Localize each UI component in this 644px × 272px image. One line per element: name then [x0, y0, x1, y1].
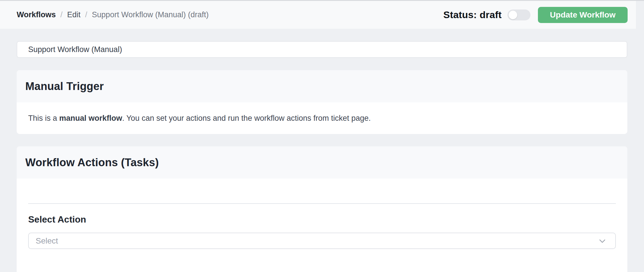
manual-trigger-description: This is a manual workflow. You can set y…: [17, 102, 627, 134]
action-select-placeholder: Select: [36, 236, 58, 246]
description-bold: manual workflow: [59, 114, 122, 122]
description-prefix: This is a: [28, 114, 59, 122]
description-suffix: . You can set your actions and run the w…: [122, 114, 371, 122]
status-toggle[interactable]: [507, 9, 530, 20]
breadcrumb-current-page: Support Workflow (Manual) (draft): [92, 10, 209, 19]
breadcrumb-workflows-link[interactable]: Workflows: [17, 10, 56, 19]
main-content: Manual Trigger This is a manual workflow…: [0, 29, 644, 272]
workflow-name-input[interactable]: [17, 41, 627, 58]
breadcrumb-separator: /: [85, 10, 87, 19]
breadcrumb-separator: /: [60, 10, 63, 19]
breadcrumb-edit-link[interactable]: Edit: [67, 10, 81, 19]
status-label: Status: draft: [443, 9, 502, 20]
chevron-down-icon: [598, 237, 607, 245]
breadcrumb: Workflows / Edit / Support Workflow (Man…: [17, 10, 209, 19]
workflow-actions-body: Select Action Select: [17, 203, 627, 272]
update-workflow-button[interactable]: Update Workflow: [538, 7, 628, 23]
workflow-actions-card-header: Workflow Actions (Tasks): [17, 146, 627, 179]
page-header: Workflows / Edit / Support Workflow (Man…: [0, 1, 636, 29]
manual-trigger-card-header: Manual Trigger: [17, 70, 627, 102]
select-action-label: Select Action: [28, 214, 616, 225]
workflow-actions-card: Workflow Actions (Tasks) Select Action S…: [17, 146, 627, 272]
workflow-actions-title: Workflow Actions (Tasks): [25, 156, 159, 169]
manual-trigger-title: Manual Trigger: [25, 80, 104, 93]
action-select-dropdown[interactable]: Select: [28, 233, 616, 249]
section-divider: [28, 203, 616, 204]
status-toggle-knob: [509, 11, 517, 19]
header-actions: Status: draft Update Workflow: [443, 7, 628, 23]
manual-trigger-card: Manual Trigger This is a manual workflow…: [17, 70, 627, 134]
